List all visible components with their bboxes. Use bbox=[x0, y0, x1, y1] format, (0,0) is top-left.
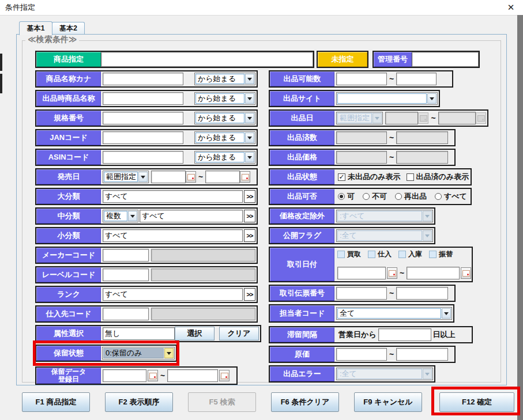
checkbox-checked-icon[interactable]: ✓ bbox=[338, 173, 345, 181]
middle-class-more-button[interactable]: >> bbox=[244, 210, 255, 222]
allow-ng-option[interactable]: 不可 bbox=[363, 191, 387, 202]
chevron-down-icon[interactable] bbox=[245, 74, 254, 84]
maker-name-field bbox=[151, 249, 255, 262]
trans-transfer-option[interactable]: 振替 bbox=[429, 249, 453, 259]
listing-name-input[interactable] bbox=[103, 92, 183, 105]
chevron-down-icon[interactable] bbox=[245, 93, 254, 104]
close-icon[interactable]: ✕ bbox=[505, 2, 517, 13]
allow-ok-option[interactable]: 可 bbox=[338, 191, 355, 202]
f6-clear-conditions-button[interactable]: F6 条件クリア bbox=[271, 392, 339, 412]
spec-no-match-select[interactable]: から始まる bbox=[194, 112, 255, 124]
calendar-icon[interactable] bbox=[219, 370, 229, 381]
retention-days-input[interactable] bbox=[378, 328, 431, 341]
trans-stockin-option[interactable]: 入庫 bbox=[398, 249, 422, 259]
radio-icon[interactable] bbox=[435, 193, 442, 200]
listed-only-option[interactable]: 出品済のみ表示 bbox=[407, 172, 469, 182]
attribute-clear-button[interactable]: クリア bbox=[219, 327, 259, 340]
calendar-icon[interactable] bbox=[387, 267, 397, 279]
product-specify-input[interactable] bbox=[101, 52, 313, 67]
sellable-qty-from-input[interactable] bbox=[336, 73, 387, 85]
site-select[interactable] bbox=[336, 92, 438, 105]
sellable-qty-to-input[interactable] bbox=[396, 73, 437, 85]
release-date-range-select[interactable]: 範囲指定 bbox=[103, 171, 149, 183]
minor-class-more-button[interactable]: >> bbox=[244, 229, 255, 242]
chevron-down-icon[interactable] bbox=[128, 211, 137, 221]
chevron-down-icon[interactable] bbox=[245, 133, 254, 143]
mgmt-no-row: 管理番号 bbox=[373, 51, 480, 68]
radio-selected-icon[interactable] bbox=[338, 193, 345, 200]
f2-display-order-button[interactable]: F2 表示順序 bbox=[105, 392, 173, 412]
mgmt-no-input[interactable] bbox=[412, 52, 479, 67]
allow-relist-option[interactable]: 再出品 bbox=[395, 191, 427, 202]
f9-cancel-button[interactable]: F9 キャンセル bbox=[354, 392, 422, 412]
kana-input[interactable] bbox=[103, 73, 183, 85]
rank-value[interactable]: すべて bbox=[103, 288, 243, 301]
calendar-icon[interactable] bbox=[186, 171, 196, 183]
calendar-icon[interactable] bbox=[240, 171, 250, 183]
asin-match-select[interactable]: から始まる bbox=[194, 151, 255, 164]
label-code-row: レーベルコード bbox=[35, 266, 258, 283]
unlisted-only-option[interactable]: ✓ 未出品のみ表示 bbox=[338, 172, 401, 182]
rank-more-button[interactable]: >> bbox=[244, 288, 255, 301]
allow-all-option[interactable]: すべて bbox=[435, 191, 467, 202]
asin-input[interactable] bbox=[103, 151, 183, 164]
listing-name-match-select[interactable]: から始まる bbox=[194, 92, 255, 105]
chevron-down-icon[interactable] bbox=[245, 152, 254, 162]
tab-basic2[interactable]: 基本2 bbox=[52, 22, 85, 35]
chevron-down-icon[interactable] bbox=[138, 172, 148, 182]
sellable-qty-row: 出品可能数 ~ bbox=[269, 70, 453, 88]
middle-class-value[interactable]: すべて bbox=[140, 210, 243, 222]
checkbox-icon[interactable] bbox=[337, 251, 345, 258]
spec-no-input[interactable] bbox=[103, 112, 183, 124]
release-date-to-input[interactable] bbox=[205, 171, 240, 183]
hold-date-to-input[interactable] bbox=[167, 369, 218, 382]
attribute-select-button[interactable]: 選択 bbox=[175, 327, 215, 340]
cost-from-input[interactable] bbox=[336, 348, 387, 361]
f1-product-specify-button[interactable]: F1 商品指定 bbox=[22, 392, 90, 412]
middle-class-multi-select[interactable]: 複数 bbox=[103, 210, 138, 222]
checkbox-icon[interactable] bbox=[398, 251, 406, 258]
chevron-down-icon[interactable] bbox=[245, 113, 254, 123]
site-value bbox=[337, 93, 427, 104]
checkbox-icon[interactable] bbox=[407, 173, 414, 181]
checkbox-icon[interactable] bbox=[368, 251, 375, 258]
label-code-input[interactable] bbox=[103, 268, 149, 281]
supplier-code-input[interactable] bbox=[103, 308, 149, 320]
minor-class-value[interactable]: すべて bbox=[103, 229, 243, 242]
release-date-from-input[interactable] bbox=[151, 171, 186, 183]
product-specify-button[interactable]: 商品指定 bbox=[36, 52, 101, 67]
attribute-value[interactable]: 無し bbox=[103, 327, 175, 340]
checkbox-icon[interactable] bbox=[429, 251, 437, 258]
slip-no-from-input[interactable] bbox=[336, 287, 387, 300]
trans-date-from-input[interactable] bbox=[337, 267, 386, 279]
chevron-down-icon bbox=[373, 113, 382, 123]
staff-code-select[interactable]: 全て bbox=[336, 307, 452, 320]
radio-icon[interactable] bbox=[363, 193, 370, 200]
sellable-qty-label: 出品可能数 bbox=[270, 71, 334, 86]
kana-match-select[interactable]: から始まる bbox=[194, 73, 255, 85]
calendar-icon[interactable] bbox=[461, 267, 471, 279]
calendar-icon[interactable] bbox=[148, 370, 158, 381]
slip-no-label: 取引伝票番号 bbox=[270, 286, 334, 301]
tab-basic1[interactable]: 基本1 bbox=[19, 21, 52, 35]
f12-confirm-button[interactable]: F12 確定 bbox=[439, 392, 514, 412]
hold-date-from-input[interactable] bbox=[103, 369, 146, 382]
slip-no-to-input[interactable] bbox=[396, 287, 448, 300]
chevron-down-icon[interactable] bbox=[164, 348, 174, 358]
radio-icon[interactable] bbox=[395, 193, 402, 200]
cost-to-input[interactable] bbox=[396, 348, 448, 361]
chevron-down-icon[interactable] bbox=[427, 93, 437, 104]
hold-status-value: 0:保留のみ bbox=[103, 348, 164, 358]
trans-purchase-option[interactable]: 仕入 bbox=[368, 249, 392, 259]
jan-input[interactable] bbox=[103, 131, 183, 144]
jan-match-select[interactable]: から始まる bbox=[194, 131, 255, 144]
trans-date-to-input[interactable] bbox=[407, 267, 460, 279]
unspecified-button[interactable]: 未指定 bbox=[318, 52, 367, 67]
major-class-more-button[interactable]: >> bbox=[244, 190, 255, 203]
major-class-value[interactable]: すべて bbox=[103, 190, 243, 203]
hold-status-select[interactable]: 0:保留のみ bbox=[102, 347, 175, 360]
trans-buy-option[interactable]: 買取 bbox=[337, 249, 361, 259]
chevron-down-icon[interactable] bbox=[442, 308, 451, 319]
site-row: 出品サイト bbox=[269, 90, 440, 107]
maker-code-input[interactable] bbox=[103, 249, 149, 262]
